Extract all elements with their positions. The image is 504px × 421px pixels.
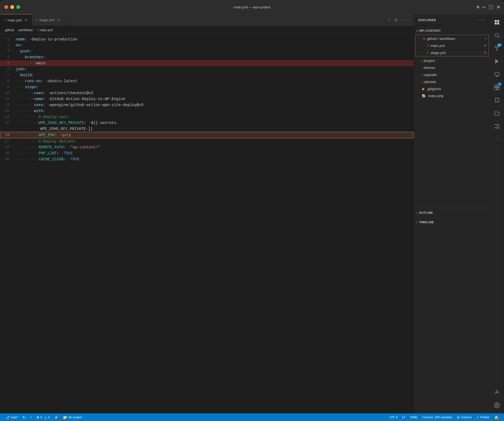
activity-run-icon[interactable] (491, 55, 503, 67)
more-actions-button[interactable]: ··· (401, 17, 411, 24)
tree-file-index-php-label: index.php (428, 94, 488, 98)
prettier-check-icon: ✓ (476, 415, 479, 419)
activity-extensions-icon[interactable]: 1 (491, 81, 503, 93)
svg-rect-13 (494, 85, 496, 87)
tab-stage-yml[interactable]: ! stage.yml U (32, 14, 64, 26)
close-button[interactable] (4, 5, 8, 9)
sidebar-more-button[interactable]: ··· (477, 17, 486, 23)
code-line-19: 19 ··········PHP_LINT: ·TRUE (0, 150, 414, 156)
tree-folder-uploads[interactable]: › uploads (414, 78, 490, 85)
status-git-actions[interactable]: ⑂ (28, 413, 34, 421)
app-body: ! main.yml U ! stage.yml U ⑂ ⊟ ··· .gith… (0, 14, 504, 413)
code-line-5: 5 ······- ·main (0, 60, 414, 66)
tab-file-icon-stage: ! (36, 18, 37, 22)
code-line-7: 7 ··build: (0, 72, 414, 78)
chevron-down-icon-workflows: ∨ (423, 37, 425, 40)
code-editor[interactable]: 1 name: ·Deploy·to·production 2 on: 3 ··… (0, 34, 414, 413)
outline-header[interactable]: › OUTLINE (414, 209, 490, 216)
tree-badge-main: U (484, 44, 486, 47)
code-line-11: 11 ······-·name: ·GitHub·Action·Deploy·t… (0, 96, 414, 102)
status-bar: ⎇ main* ↻ ⑂ ⊗ 0 △ 0 ⚡ 📁 No project UTF-8… (0, 413, 504, 421)
sidebar-section-timeline: › TIMELINE (414, 217, 490, 227)
tree-file-index-php[interactable]: 🐘 index.php (414, 92, 490, 99)
tree-file-main-label: main.yml (431, 44, 483, 48)
minimize-button[interactable] (10, 5, 14, 9)
layout-icon-2[interactable]: ▭ (483, 4, 485, 10)
status-encoding[interactable]: UTF-8 (387, 413, 400, 421)
split-editor-button[interactable]: ⊟ (394, 16, 399, 24)
activity-more-icon[interactable]: ··· (491, 133, 503, 145)
activity-remote-icon[interactable] (491, 68, 503, 80)
tree-folder-themes[interactable]: › themes (414, 64, 490, 71)
activity-settings-icon[interactable] (491, 399, 503, 411)
tree-folder-plugins[interactable]: › plugins (414, 57, 490, 64)
activity-account-icon[interactable] (491, 386, 503, 398)
code-line-20: 20 ··········CACHE_CLEAR: ·TRUE (0, 156, 414, 162)
tree-file-stage-label: stage.yml (431, 51, 483, 55)
branch-icon: ⎇ (5, 415, 10, 419)
svg-line-5 (498, 36, 499, 38)
colorize-info-label: Colorize: 209 variables (422, 416, 452, 419)
tab-badge-stage: U (58, 18, 60, 22)
activity-bookmark-icon[interactable] (491, 94, 503, 106)
sidebar-section-outline: › OUTLINE (414, 208, 490, 217)
activity-bar: 82 1 ··· (490, 14, 504, 413)
status-sync[interactable]: ↻ (20, 413, 28, 421)
breadcrumb-filename[interactable]: main.yml (40, 28, 53, 32)
layout-icon-4[interactable]: ⊞ (497, 4, 500, 10)
colorize-label: Colorize (461, 416, 472, 419)
lightning-icon: ⚡ (54, 415, 58, 419)
project-name: No project (68, 416, 82, 419)
layout-icon-3[interactable]: ⬛ (488, 4, 494, 10)
status-prettier[interactable]: ✓ Prettier (474, 413, 492, 421)
breadcrumb-github[interactable]: .github (4, 28, 14, 32)
status-errors[interactable]: ⊗ 0 △ 0 (34, 413, 52, 421)
breadcrumb-workflows[interactable]: workflows (18, 28, 33, 32)
breadcrumb: .github › workflows › ! main.yml (0, 26, 414, 34)
layout-icon-1[interactable]: ⊞ (477, 4, 479, 10)
breadcrumb-file-icon: ! (37, 28, 38, 32)
chevron-down-icon: ∨ (416, 29, 418, 32)
status-no-project[interactable]: 📁 No project (61, 413, 84, 421)
tab-label-stage: stage.yml (39, 18, 54, 22)
title-bar-actions: ⊞ ▭ ⬛ ⊞ (477, 4, 500, 10)
activity-explorer-icon[interactable] (491, 16, 503, 28)
timeline-label: TIMELINE (419, 221, 434, 224)
activity-folder-icon[interactable] (491, 107, 503, 119)
svg-rect-10 (494, 73, 499, 76)
code-line-6: 6 jobs: (0, 66, 414, 72)
code-line-15: 15 ··········WPE_SSHG_KEY_PRIVATE: ·${{·… (0, 120, 414, 126)
svg-marker-9 (495, 59, 499, 64)
error-count: 0 (40, 416, 42, 419)
source-control-button[interactable]: ⑂ (387, 17, 392, 24)
tab-bar: ! main.yml U ! stage.yml U ⑂ ⊟ ··· (0, 14, 414, 26)
activity-search-icon[interactable] (491, 29, 503, 41)
sync-icon: ↻ (23, 415, 26, 419)
code-line-17: 17 ··········#·Deploy·Options (0, 138, 414, 144)
timeline-header[interactable]: › TIMELINE (414, 219, 490, 226)
tree-file-stage-yml[interactable]: ! stage.yml U (415, 49, 489, 56)
status-branch[interactable]: ⎇ main* (3, 413, 20, 421)
status-eol[interactable]: LF (400, 413, 408, 421)
encoding-label: UTF-8 (389, 416, 398, 419)
tree-file-gitignore-label: .gitignore (427, 87, 488, 91)
file-icon-yml-main: ! (427, 44, 429, 47)
status-language[interactable]: YAML (408, 413, 420, 421)
maximize-button[interactable] (16, 5, 20, 9)
activity-book-icon[interactable] (491, 120, 503, 132)
activity-source-control-icon[interactable]: 82 (491, 42, 503, 54)
tree-root-wp-content[interactable]: ∨ WP-CONTENT (414, 27, 490, 34)
tab-main-yml[interactable]: ! main.yml U (0, 14, 32, 26)
status-bell[interactable]: 🔔 (492, 413, 501, 421)
status-lightning[interactable]: ⚡ (52, 413, 61, 421)
tree-folder-upgrade[interactable]: › upgrade (414, 71, 490, 78)
tree-folder-github-workflows[interactable]: ∨ .github / workflows ● (415, 35, 489, 42)
code-line-4: 4 ····branches: (0, 54, 414, 60)
sidebar-title: EXPLORER (418, 18, 436, 22)
tree-file-main-yml[interactable]: ! main.yml U (415, 42, 489, 49)
status-colorize[interactable]: ⊘ Colorize (455, 413, 474, 421)
status-colorize-info[interactable]: Colorize: 209 variables (420, 413, 455, 421)
tree-file-gitignore[interactable]: ◆ .gitignore (414, 85, 490, 92)
explorer-spacer (414, 99, 490, 208)
svg-point-17 (496, 390, 498, 392)
